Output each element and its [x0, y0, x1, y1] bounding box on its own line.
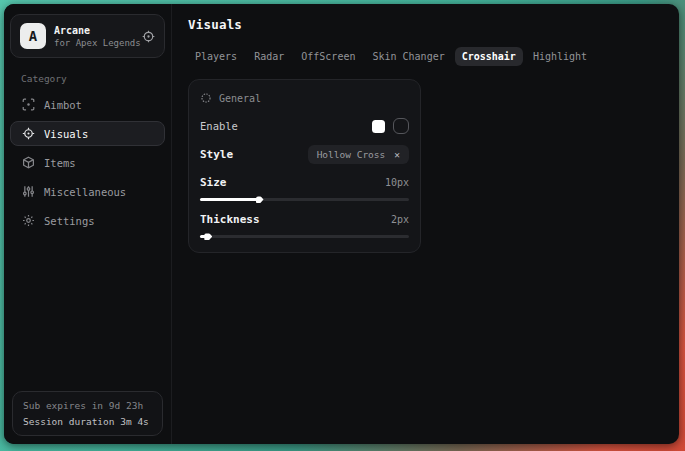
sidebar-item-label: Settings — [44, 215, 95, 227]
sidebar-item-miscellaneous[interactable]: Miscellaneous — [10, 179, 165, 204]
sidebar-item-settings[interactable]: Settings — [10, 208, 165, 233]
sidebar-item-label: Aimbot — [44, 99, 82, 111]
thickness-label: Thickness — [200, 213, 260, 226]
size-slider-fill — [200, 198, 259, 201]
tab-bar: Players Radar OffScreen Skin Changer Cro… — [188, 47, 663, 66]
app-titles: Arcane for Apex Legends — [54, 25, 134, 48]
style-label: Style — [200, 148, 233, 161]
sidebar-nav: Aimbot Visuals Items — [4, 92, 171, 233]
category-label: Category — [21, 73, 171, 84]
panel-header: General — [200, 92, 409, 104]
sidebar-item-items[interactable]: Items — [10, 150, 165, 175]
main-content: Visuals Players Radar OffScreen Skin Cha… — [172, 4, 679, 444]
sub-expires-text: Sub expires in 9d 23h — [23, 400, 152, 411]
enable-keybind-box[interactable] — [393, 118, 409, 134]
subscription-card: Sub expires in 9d 23h Session duration 3… — [12, 391, 163, 436]
thickness-group: Thickness 2px — [200, 213, 409, 238]
tab-radar[interactable]: Radar — [247, 47, 291, 66]
size-slider-thumb[interactable] — [256, 196, 264, 203]
tab-players[interactable]: Players — [188, 47, 244, 66]
thickness-slider[interactable] — [200, 235, 409, 238]
target-icon[interactable] — [142, 30, 155, 43]
sidebar-item-visuals[interactable]: Visuals — [10, 121, 165, 146]
tab-crosshair[interactable]: Crosshair — [455, 47, 523, 66]
size-label: Size — [200, 176, 227, 189]
settings-icon — [22, 214, 35, 227]
size-slider[interactable] — [200, 198, 409, 201]
sidebar-item-label: Items — [44, 157, 76, 169]
app-subtitle: for Apex Legends — [54, 38, 134, 48]
session-duration-text: Session duration 3m 4s — [23, 416, 152, 427]
sidebar-item-label: Visuals — [44, 128, 88, 140]
style-value: Hollow Cross — [317, 149, 386, 160]
remove-tag-icon[interactable]: ✕ — [394, 150, 400, 160]
app-name: Arcane — [54, 25, 134, 36]
visuals-icon — [22, 127, 35, 140]
sidebar-item-aimbot[interactable]: Aimbot — [10, 92, 165, 117]
aimbot-icon — [22, 98, 35, 111]
sidebar-item-label: Miscellaneous — [44, 186, 126, 198]
enable-row: Enable — [200, 118, 409, 134]
app-window: A Arcane for Apex Legends Category — [4, 4, 679, 444]
app-logo: A — [20, 23, 46, 49]
tab-skin-changer[interactable]: Skin Changer — [365, 47, 451, 66]
thickness-slider-thumb[interactable] — [204, 233, 212, 240]
enable-checkbox[interactable] — [372, 120, 385, 133]
general-panel: General Enable Style Hollow Cross ✕ Size — [188, 79, 421, 253]
tab-offscreen[interactable]: OffScreen — [294, 47, 362, 66]
general-crosshair-icon — [200, 92, 212, 104]
enable-controls — [372, 118, 409, 134]
style-row: Style Hollow Cross ✕ — [200, 145, 409, 164]
items-icon — [22, 156, 35, 169]
size-value: 10px — [385, 177, 409, 188]
panel-title: General — [219, 93, 261, 104]
sidebar: A Arcane for Apex Legends Category — [4, 4, 172, 444]
enable-label: Enable — [200, 120, 238, 132]
thickness-value: 2px — [391, 214, 409, 225]
size-group: Size 10px — [200, 176, 409, 201]
page-title: Visuals — [188, 17, 663, 32]
style-value-tag[interactable]: Hollow Cross ✕ — [308, 145, 409, 164]
tab-highlight[interactable]: Highlight — [526, 47, 594, 66]
miscellaneous-icon — [22, 185, 35, 198]
app-header-card: A Arcane for Apex Legends — [10, 14, 165, 58]
